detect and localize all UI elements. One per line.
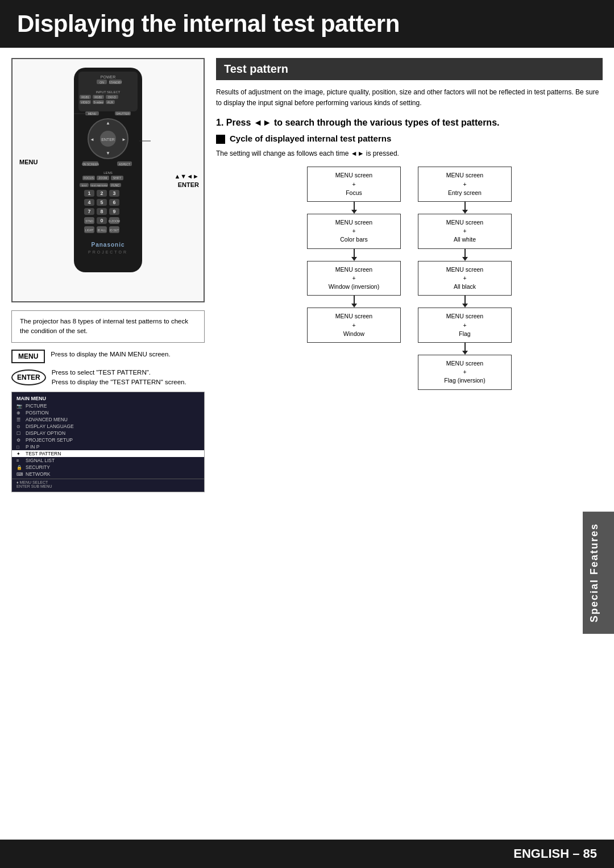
- svg-text:ID ALL: ID ALL: [97, 229, 106, 232]
- svg-text:LIGHT: LIGHT: [85, 229, 94, 232]
- svg-text:►: ►: [122, 137, 126, 142]
- subsection-title: Cycle of displayed internal test pattern…: [230, 134, 391, 143]
- projector-icon: ⚙: [16, 438, 23, 443]
- svg-text:◄: ◄: [90, 137, 94, 142]
- arrow-line-r1: [464, 202, 466, 210]
- flow-node-window: MENU screen + Window: [307, 308, 401, 343]
- menu-footer-item2: ENTER SUB MENU: [16, 484, 200, 488]
- arrow-line-3: [354, 296, 355, 304]
- svg-text:1: 1: [88, 190, 90, 196]
- footer-text: ENGLISH – 85: [513, 846, 597, 861]
- projector-label: PROJECTOR SETUP: [26, 437, 73, 443]
- left-column: MENU ▲▼◄► ENTER POWER ON STANDBY INPUT S…: [11, 58, 205, 492]
- menu-screenshot: MAIN MENU 📷 PICTURE ⊕ POSITION ☰ ADVANCE…: [11, 392, 205, 492]
- flow-node-allblack: MENU screen + All black: [418, 261, 512, 296]
- colorbars-line3: Color bars: [340, 236, 367, 243]
- windowinv-plus: +: [352, 275, 355, 281]
- flow-arrow-r3: [462, 296, 468, 308]
- svg-text:RGB1: RGB1: [81, 95, 89, 99]
- security-icon: 🔒: [16, 465, 23, 470]
- remote-image-container: MENU ▲▼◄► ENTER POWER ON STANDBY INPUT S…: [11, 58, 205, 302]
- position-icon: ⊕: [16, 410, 23, 416]
- flow-node-entry: MENU screen + Entry screen: [418, 167, 512, 202]
- menu-item-language: ⊙ DISPLAY LANGUAGE: [12, 423, 204, 430]
- section-title: Test pattern: [224, 63, 288, 75]
- signal-label: SIGNAL LIST: [26, 458, 55, 463]
- language-icon: ⊙: [16, 424, 23, 429]
- menu-item-position: ⊕ POSITION: [12, 409, 204, 416]
- two-col-flow: MENU screen + Focus MENU screen + Color …: [216, 167, 603, 389]
- page-title: Displaying the internal test pattern: [17, 10, 597, 38]
- focus-plus: +: [352, 181, 355, 188]
- arrow-line-r2: [464, 249, 466, 257]
- svg-text:FOCUS: FOCUS: [84, 176, 94, 180]
- arrow-line-r4: [464, 343, 466, 351]
- svg-text:▲: ▲: [106, 121, 110, 126]
- enter-press2-text: Press to display the "TEST PATTERN" scre…: [52, 377, 186, 387]
- menu-item-pip: □ P IN P: [12, 443, 204, 450]
- svg-text:2: 2: [100, 190, 103, 196]
- svg-text:7: 7: [88, 209, 90, 214]
- svg-text:D.ZOOM: D.ZOOM: [109, 219, 120, 223]
- svg-text:ON SCREEN: ON SCREEN: [82, 163, 99, 166]
- arrow-head-r3: [462, 304, 468, 308]
- enter-key-label: ENTER: [11, 369, 46, 385]
- svg-text:STND: STND: [85, 219, 93, 223]
- svg-text:ASPECT: ASPECT: [119, 163, 130, 166]
- arrow-line-1: [354, 202, 355, 210]
- right-column: Test pattern Results of adjustment on th…: [216, 58, 603, 492]
- svg-text:▼: ▼: [106, 151, 110, 156]
- svg-text:FUNC: FUNC: [111, 184, 119, 187]
- arrow-head-3: [351, 304, 357, 308]
- allblack-line1: MENU screen: [446, 266, 483, 273]
- menu-item-security: 🔒 SECURITY: [12, 464, 204, 471]
- svg-text:Panasonic: Panasonic: [91, 242, 125, 248]
- description-box: The projector has 8 types of internal te…: [11, 310, 205, 343]
- page-footer: ENGLISH – 85: [0, 840, 614, 868]
- arrow-indicator: ▲▼◄►: [174, 173, 199, 180]
- svg-text:LENS: LENS: [103, 171, 113, 175]
- subsection-heading: Cycle of displayed internal test pattern…: [216, 134, 603, 144]
- menu-diagram: MENU Press to display the MAIN MENU scre…: [11, 350, 205, 388]
- enter-key-row: ENTER Press to select "TEST PATTERN". Pr…: [11, 368, 205, 388]
- flow-right-column: MENU screen + Entry screen MENU screen +…: [418, 167, 512, 389]
- flow-left-column: MENU screen + Focus MENU screen + Color …: [307, 167, 401, 389]
- arrow-head-1: [351, 210, 357, 214]
- svg-text:ON: ON: [99, 81, 104, 84]
- main-content: MENU ▲▼◄► ENTER POWER ON STANDBY INPUT S…: [0, 58, 614, 492]
- flag-plus: +: [463, 322, 466, 329]
- allblack-line3: All black: [454, 283, 476, 290]
- svg-text:S-video: S-video: [94, 101, 103, 104]
- menu-press-text: Press to display the MAIN MENU screen.: [51, 350, 170, 359]
- menu-footer-item1: ♦ MENU SELECT: [16, 480, 200, 484]
- window-line1: MENU screen: [335, 313, 372, 319]
- language-label: DISPLAY LANGUAGE: [26, 423, 74, 429]
- menu-key-label: MENU: [11, 350, 45, 363]
- svg-text:ID SET: ID SET: [110, 229, 119, 232]
- step1-text: Press ◄► to search through the various t…: [226, 118, 500, 127]
- page-header: Displaying the internal test pattern: [0, 0, 614, 48]
- svg-text:PROJECTOR: PROJECTOR: [88, 250, 128, 254]
- flow-arrow-r1: [462, 202, 468, 214]
- svg-text:DVI-D: DVI-D: [108, 95, 116, 99]
- display-icon: ☐: [16, 431, 23, 436]
- flaginv-line3: Flag (inversion): [444, 377, 485, 384]
- allwhite-line1: MENU screen: [446, 219, 483, 226]
- menu-key-row: MENU Press to display the MAIN MENU scre…: [11, 350, 205, 363]
- svg-text:ZOOM: ZOOM: [99, 176, 107, 180]
- focus-line3: Focus: [346, 189, 362, 196]
- flow-node-flag: MENU screen + Flag: [418, 308, 512, 343]
- menu-item-picture: 📷 PICTURE: [12, 402, 204, 409]
- allwhite-line3: All white: [454, 236, 476, 243]
- test-label: TEST PATTERN: [26, 451, 61, 456]
- menu-label: MENU: [19, 159, 38, 165]
- colorbars-line1: MENU screen: [335, 219, 372, 226]
- svg-text:ENTER: ENTER: [101, 138, 115, 142]
- flow-node-colorbars: MENU screen + Color bars: [307, 214, 401, 249]
- menu-item-projector: ⚙ PROJECTOR SETUP: [12, 437, 204, 443]
- picture-icon: 📷: [16, 404, 23, 409]
- flow-diagram-wrapper: MENU screen + Focus MENU screen + Color …: [216, 167, 603, 389]
- flow-node-allwhite: MENU screen + All white: [418, 214, 512, 249]
- flow-node-focus: MENU screen + Focus: [307, 167, 401, 202]
- black-square-icon: [216, 135, 225, 144]
